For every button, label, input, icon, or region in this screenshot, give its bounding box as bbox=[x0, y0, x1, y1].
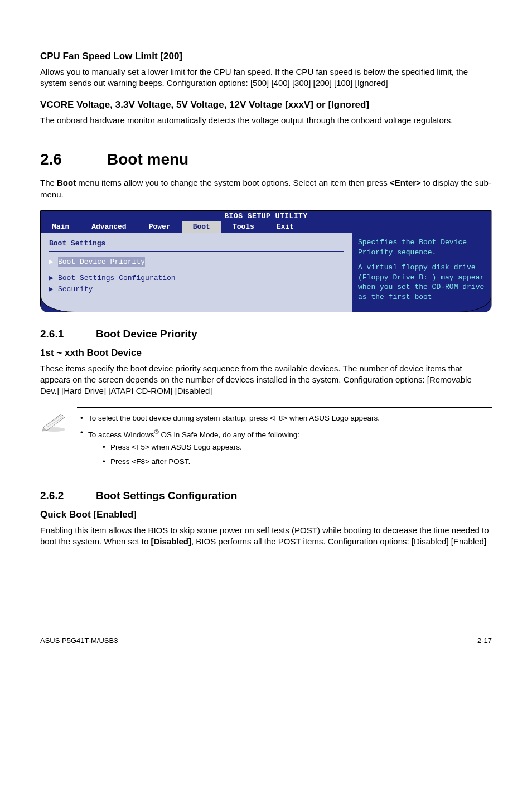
chapter-heading: 2.6Boot menu bbox=[40, 149, 492, 170]
bios-divider bbox=[49, 251, 344, 252]
pencil-icon bbox=[40, 407, 77, 436]
minor-heading-boot-device: 1st ~ xxth Boot Device bbox=[40, 347, 492, 360]
chapter-num: 2.6 bbox=[40, 149, 107, 170]
intro-bold-boot: Boot bbox=[57, 178, 76, 187]
note-subitem-2: Press <F8> after POST. bbox=[88, 457, 490, 467]
triangle-icon: ▶ bbox=[49, 284, 58, 294]
chapter-intro: The Boot menu items allow you to change … bbox=[40, 177, 492, 200]
registered-mark: ® bbox=[154, 428, 159, 435]
bios-left-title: Boot Settings bbox=[49, 239, 344, 249]
sub-heading-262: 2.6.2Boot Settings Configuration bbox=[40, 489, 492, 503]
body-vcore: The onboard hardware monitor automatical… bbox=[40, 115, 492, 126]
bios-tab-exit: Exit bbox=[265, 221, 305, 233]
bios-title: BIOS SETUP UTILITY bbox=[41, 211, 491, 222]
bios-tabs: Main Advanced Power Boot Tools Exit bbox=[41, 221, 491, 233]
footer-right: 2-17 bbox=[477, 636, 492, 646]
bios-help-text-1: Specifies the Boot Device Priority seque… bbox=[358, 238, 485, 257]
intro-text: The bbox=[40, 178, 57, 187]
bios-row-boot-settings-config: ▶ Boot Settings Configuration bbox=[49, 273, 344, 283]
bios-screenshot: BIOS SETUP UTILITY Main Advanced Power B… bbox=[40, 210, 492, 312]
bios-tab-tools: Tools bbox=[221, 221, 265, 233]
bios-row-label: Boot Settings Configuration bbox=[58, 273, 176, 283]
intro-text-mid: menu items allow you to change the syste… bbox=[76, 178, 390, 187]
heading-cpu-fan: CPU Fan Speed Low Limit [200] bbox=[40, 50, 492, 63]
triangle-icon: ▶ bbox=[49, 273, 58, 283]
note-box: To select the boot device during system … bbox=[40, 407, 492, 474]
page-footer: ASUS P5G41T-M/USB3 2-17 bbox=[40, 631, 492, 646]
bios-row-boot-device-priority: ▶ Boot Device Priority bbox=[49, 257, 344, 267]
minor-heading-quick-boot: Quick Boot [Enabled] bbox=[40, 509, 492, 521]
bios-help-pane: Specifies the Boot Device Priority seque… bbox=[352, 233, 491, 312]
footer-left: ASUS P5G41T-M/USB3 bbox=[40, 636, 118, 646]
bios-row-security: ▶ Security bbox=[49, 284, 344, 294]
bios-tab-power: Power bbox=[138, 221, 182, 233]
sub-heading-261: 2.6.1Boot Device Priority bbox=[40, 327, 492, 341]
bios-body: Boot Settings ▶ Boot Device Priority ▶ B… bbox=[41, 233, 491, 312]
body-text: , BIOS performs all the POST items. Conf… bbox=[191, 537, 486, 546]
body-bold: [Disabled] bbox=[151, 537, 191, 546]
sub-num: 2.6.1 bbox=[40, 327, 96, 341]
sub-title: Boot Settings Configuration bbox=[96, 490, 237, 501]
body-quick-boot: Enabling this item allows the BIOS to sk… bbox=[40, 525, 492, 548]
bios-help-text-2: A virtual floppy disk drive (Floppy Driv… bbox=[358, 263, 485, 302]
bios-tab-boot: Boot bbox=[182, 221, 221, 233]
bios-tab-advanced: Advanced bbox=[80, 221, 137, 233]
heading-vcore: VCORE Voltage, 3.3V Voltage, 5V Voltage,… bbox=[40, 99, 492, 112]
note-subitem-1: Press <F5> when ASUS Logo appears. bbox=[88, 442, 490, 452]
bios-left-pane: Boot Settings ▶ Boot Device Priority ▶ B… bbox=[41, 233, 352, 312]
body-boot-device: These items specify the boot device prio… bbox=[40, 363, 492, 397]
note-item-2: To access Windows® OS in Safe Mode, do a… bbox=[79, 428, 490, 467]
note-text: To access Windows bbox=[88, 430, 154, 438]
bios-tab-main: Main bbox=[41, 221, 80, 233]
intro-bold-enter: <Enter> bbox=[390, 178, 421, 187]
bios-row-label: Boot Device Priority bbox=[58, 258, 145, 266]
sub-title: Boot Device Priority bbox=[96, 328, 197, 340]
triangle-icon: ▶ bbox=[49, 257, 58, 267]
note-text: OS in Safe Mode, do any of the following… bbox=[159, 430, 299, 438]
bios-row-label: Security bbox=[58, 284, 93, 294]
sub-num: 2.6.2 bbox=[40, 489, 96, 503]
chapter-title: Boot menu bbox=[107, 151, 188, 168]
note-content: To select the boot device during system … bbox=[77, 407, 492, 474]
note-item-1: To select the boot device during system … bbox=[79, 413, 490, 423]
body-cpu-fan: Allows you to manually set a lower limit… bbox=[40, 66, 492, 89]
